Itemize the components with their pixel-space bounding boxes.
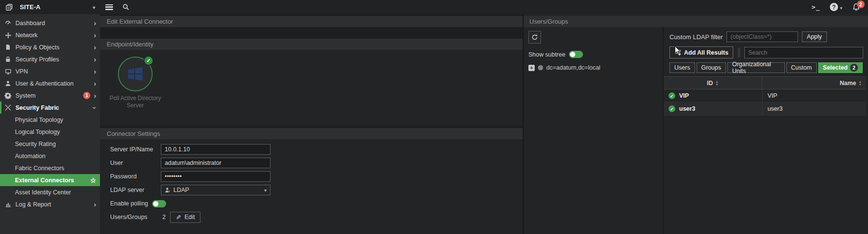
ldap-server-row: LDAP server LDAP: [110, 185, 523, 195]
tree-expand-icon[interactable]: +: [528, 65, 535, 71]
refresh-button[interactable]: [528, 31, 541, 44]
sidebar-item-security-profiles[interactable]: Security Profiles: [0, 53, 100, 65]
tab-groups[interactable]: Groups: [697, 62, 726, 73]
site-selector[interactable]: SITE-A: [0, 0, 100, 14]
sub-item-label: External Connectors: [15, 177, 74, 184]
chevron-right-icon: [94, 80, 96, 87]
table-row[interactable]: VIP VIP: [664, 89, 866, 102]
column-header-id[interactable]: ID ▲▼: [664, 77, 762, 89]
password-row: Password: [110, 171, 523, 182]
tab-users[interactable]: Users: [669, 62, 695, 73]
ldap-tree-pane: Show subtree + dc=adatum,dc=local: [524, 27, 663, 234]
tab-organizational-units[interactable]: Organizational Units: [727, 62, 785, 73]
favorite-star-icon[interactable]: ☆: [90, 176, 96, 184]
password-label: Password: [110, 173, 161, 180]
results-table-header: ID ▲▼ Name ▲▼: [664, 76, 866, 89]
add-all-results-button[interactable]: Add All Results: [669, 46, 733, 58]
custom-ldap-filter-input[interactable]: [726, 31, 798, 42]
search-icon[interactable]: [122, 3, 129, 11]
table-row[interactable]: user3 user3: [664, 102, 866, 116]
monitor-icon: [4, 68, 12, 75]
results-toolbar: Add All Results: [669, 46, 864, 58]
sub-item-label: Security Rating: [15, 141, 56, 147]
tree-root-node[interactable]: + dc=adatum,dc=local: [528, 64, 658, 71]
domain-globe-icon: [537, 64, 544, 71]
row-id-text: VIP: [679, 92, 689, 99]
help-icon: ?: [830, 3, 838, 11]
endpoint-identity-section-header: Endpoint/Identity: [100, 39, 523, 50]
user-icon: [4, 80, 12, 88]
add-all-results-label: Add All Results: [684, 49, 728, 56]
sidebar-item-system[interactable]: System 1: [0, 89, 100, 102]
topbar: >_ ? 2: [100, 0, 868, 14]
notification-count-badge: 2: [857, 0, 865, 8]
sidebar-item-label: Log & Report: [15, 201, 94, 208]
sidebar-item-physical-topology[interactable]: Physical Topology: [0, 114, 100, 126]
cli-console-icon[interactable]: >_: [811, 3, 820, 11]
tab-label: Users: [674, 64, 690, 71]
sidebar-item-security-rating[interactable]: Security Rating: [0, 138, 100, 150]
sidebar-item-fabric-connectors[interactable]: Fabric Connectors: [0, 162, 100, 174]
site-name: SITE-A: [20, 3, 41, 11]
refresh-icon: [531, 34, 538, 41]
server-ip-label: Server IP/Name: [110, 146, 161, 153]
chevron-down-icon: [264, 187, 267, 193]
sub-item-label: Automation: [15, 153, 45, 160]
chevron-right-icon: [94, 92, 96, 99]
show-subtree-toggle[interactable]: [569, 51, 583, 58]
card-label: Poll Active Directory Server: [106, 95, 165, 109]
windows-logo-icon: [127, 65, 144, 83]
cell-id: user3: [664, 102, 762, 115]
column-header-name[interactable]: Name ▲▼: [762, 77, 866, 89]
sidebar-item-user-authentication[interactable]: User & Authentication: [0, 77, 100, 89]
help-menu[interactable]: ?: [830, 3, 842, 12]
topbar-right-group: >_ ? 2: [811, 3, 868, 12]
selected-check-icon: [143, 56, 154, 66]
chevron-down-icon: [92, 106, 99, 109]
sidebar-item-logical-topology[interactable]: Logical Topology: [0, 126, 100, 138]
tab-selected[interactable]: Selected 2: [818, 62, 863, 73]
edit-users-groups-button[interactable]: Edit: [170, 212, 200, 223]
results-search-input[interactable]: [744, 47, 863, 58]
results-table: ID ▲▼ Name ▲▼ VIP VIP: [664, 76, 866, 116]
sort-icon: ▲▼: [715, 80, 718, 86]
sidebar-item-asset-identity-center[interactable]: Asset Identity Center: [0, 186, 100, 198]
sub-item-label: Physical Topology: [15, 117, 63, 123]
sidebar-item-security-fabric[interactable]: Security Fabric: [0, 102, 100, 114]
server-ip-row: Server IP/Name: [110, 144, 523, 155]
dashboard-icon: [4, 19, 12, 27]
connector-settings-section-body: Server IP/Name User Password LDAP server…: [100, 139, 523, 234]
apply-button[interactable]: Apply: [802, 31, 826, 42]
poll-active-directory-card[interactable]: Poll Active Directory Server: [106, 57, 165, 109]
password-input[interactable]: [161, 171, 270, 182]
sidebar-nav: Dashboard Network Policy & Objects Secur…: [0, 14, 100, 210]
notifications-button[interactable]: 2: [852, 3, 860, 11]
policy-document-icon: [4, 44, 12, 51]
sidebar-item-automation[interactable]: Automation: [0, 150, 100, 162]
sidebar-item-network[interactable]: Network: [0, 29, 100, 41]
user-label: User: [110, 160, 161, 166]
tab-label: Groups: [701, 64, 721, 71]
enable-polling-toggle[interactable]: [152, 200, 166, 207]
sidebar-item-vpn[interactable]: VPN: [0, 65, 100, 77]
menu-toggle-button[interactable]: [105, 4, 113, 10]
ldap-server-label: LDAP server: [110, 187, 161, 193]
add-list-icon: [674, 49, 682, 56]
chevron-right-icon: [94, 32, 96, 39]
sidebar-item-external-connectors[interactable]: External Connectors ☆: [0, 174, 100, 186]
server-ip-input[interactable]: [161, 144, 270, 155]
sidebar-item-label: System: [15, 92, 83, 99]
ldap-server-select[interactable]: LDAP: [161, 185, 270, 195]
gear-icon: [4, 92, 12, 100]
active-directory-circle: [118, 57, 153, 91]
user-row: User: [110, 158, 523, 168]
show-subtree-row: Show subtree: [528, 51, 658, 58]
sidebar-item-policy-objects[interactable]: Policy & Objects: [0, 41, 100, 53]
selected-check-icon: [669, 92, 675, 99]
results-tabs: Users Groups Organizational Units Custom…: [669, 62, 864, 73]
sidebar-item-dashboard[interactable]: Dashboard: [0, 17, 100, 29]
tab-custom[interactable]: Custom: [786, 62, 817, 73]
enable-polling-row: Enable polling: [110, 198, 523, 209]
user-input[interactable]: [161, 158, 270, 168]
sidebar-item-log-report[interactable]: Log & Report: [0, 198, 100, 210]
